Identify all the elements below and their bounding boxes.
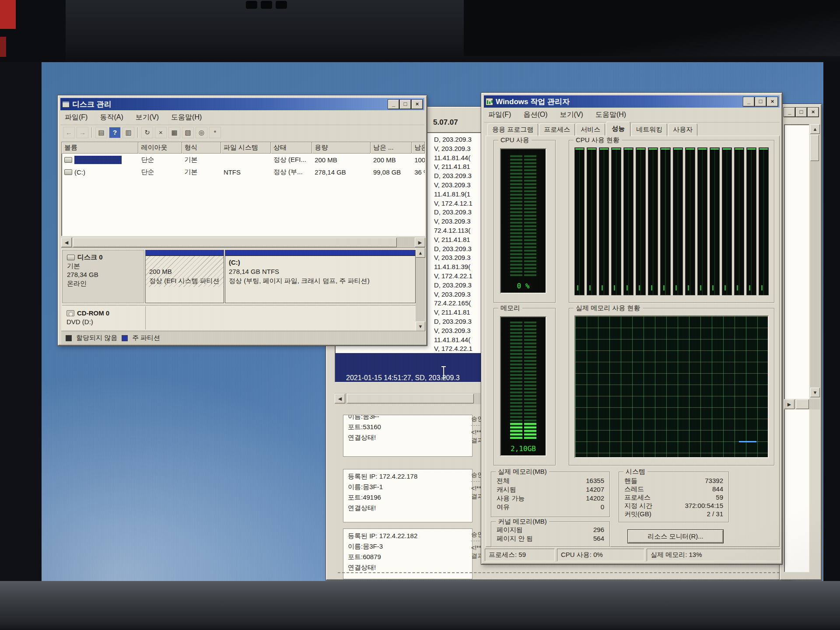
room-background-top [0, 0, 840, 62]
task-manager-menubar: 파일(F)옵션(O)보기(V)도움말(H) [484, 108, 780, 122]
cd-rom-icon [66, 310, 74, 316]
properties-icon[interactable]: ▦ [168, 127, 180, 138]
cdrom-row: CD-ROM 0 DVD (D:) [62, 305, 424, 330]
refresh-icon[interactable]: ↻ [141, 127, 153, 138]
tab-processes[interactable]: 프로세스 [539, 123, 575, 136]
maximize-icon[interactable]: □ [755, 97, 766, 106]
panel-port-line: 포트:60879 [348, 552, 468, 562]
stat-row: 페이지됨296 [491, 525, 609, 534]
tab-users[interactable]: 사용자 [668, 123, 697, 136]
forward-icon[interactable]: → [77, 127, 88, 138]
cpu-usage-group: CPU 사용 0 % [494, 140, 556, 303]
minimize-icon[interactable]: _ [743, 97, 754, 106]
panel-port-line: 포트:49196 [348, 492, 468, 503]
menu-item[interactable]: 보기(V) [136, 113, 159, 122]
memory-label: 메모리 [498, 304, 522, 312]
help-icon[interactable]: ? [109, 127, 121, 138]
volume-row-efi[interactable]: 단순 기본 정상 (EFI... 200 MB 200 MB 100 [62, 154, 425, 166]
disk-management-menubar: 파일(F)동작(A)보기(V)도움말(H) [60, 110, 424, 125]
delete-icon[interactable]: × [155, 127, 167, 138]
partition-size: 200 MB [149, 267, 220, 276]
monitor-top-edge-right [464, 0, 840, 56]
tab-services[interactable]: 서비스 [576, 123, 605, 136]
menu-item[interactable]: 도움말(H) [595, 110, 626, 119]
status-memory: 실제 메모리: 13% [647, 549, 780, 561]
menu-item[interactable]: 동작(A) [100, 113, 123, 122]
scroll-down-icon[interactable]: ▼ [416, 322, 425, 331]
scroll-up-icon[interactable]: ▲ [810, 124, 820, 134]
system-label: 시스템 [623, 468, 648, 476]
volume-row-c[interactable]: (C:) 단순 기본 NTFS 정상 (부... 278,14 GB 99,08… [62, 166, 425, 178]
minimize-icon[interactable]: _ [784, 108, 795, 117]
monitor-bezel-right [823, 62, 840, 581]
tab-performance[interactable]: 성능 [606, 122, 630, 136]
volume-list[interactable]: 볼륨 레이아웃 형식 파일 시스템 상태 용량 남은 ... 남은 단순 기본 … [61, 142, 425, 236]
scroll-thumb[interactable] [73, 238, 397, 247]
log-line: D, 203.209.3 [434, 208, 472, 217]
maximize-icon[interactable]: □ [400, 100, 411, 109]
disk0-info-block[interactable]: 디스크 0 기본 278,34 GB 온라인 [62, 250, 144, 303]
close-icon[interactable]: × [808, 108, 819, 117]
right-vscrollbar[interactable]: ▲ ▼ [810, 124, 820, 397]
cdrom-drive: DVD (D:) [66, 318, 140, 326]
scroll-down-icon[interactable]: ▼ [810, 388, 820, 397]
graphic-vscrollbar[interactable]: ▲ ▼ [416, 248, 425, 331]
disk-management-titlebar[interactable]: 디스크 관리 _ □ × [60, 98, 424, 110]
scroll-thumb[interactable] [347, 394, 474, 403]
close-icon[interactable]: × [412, 100, 423, 109]
kernel-memory-group: 커널 메모리(MB) 페이지됨296페이지 안 됨564 [491, 522, 610, 547]
scroll-right-icon[interactable]: ▶ [415, 238, 425, 247]
column-header[interactable]: 레이아웃 [138, 142, 182, 154]
settings-icon[interactable]: * [209, 127, 221, 138]
ceiling-vent [261, 1, 272, 9]
connection-panel-3: 등록된 IP: 172.4.22.182 이름:몸3F-3 포트:60879 연… [343, 528, 472, 579]
find-icon[interactable]: ◎ [196, 127, 207, 138]
connection-panel-1: 이름:몸3F- 포트:53160 연결상태! [343, 415, 472, 457]
list-hscrollbar[interactable]: ◀ ▶ [61, 237, 425, 248]
scroll-thumb[interactable] [810, 135, 819, 161]
log-line: 11.41.81.9(1 [434, 190, 472, 199]
ceiling-vent [246, 1, 257, 9]
volume-list-header: 볼륨 레이아웃 형식 파일 시스템 상태 용량 남은 ... 남은 [62, 142, 425, 154]
minimize-icon[interactable]: _ [388, 100, 399, 109]
log-line: V, 203.209.3 [434, 144, 472, 154]
task-manager-titleb­ar[interactable]: Windows 작업 관리자 _ □ × [484, 95, 780, 108]
open-icon[interactable]: ▧ [182, 127, 194, 138]
back-icon[interactable]: ← [63, 127, 75, 138]
column-header[interactable]: 남은 ... [371, 142, 412, 154]
panel-name-line: 이름:몸3F-3 [348, 541, 468, 552]
column-header[interactable]: 파일 시스템 [221, 142, 271, 154]
maximize-icon[interactable]: □ [796, 108, 807, 117]
column-header[interactable]: 용량 [312, 142, 371, 154]
right-hscrollbar[interactable]: ▶ [784, 399, 820, 410]
status-cpu: CPU 사용: 0% [557, 549, 644, 561]
tab-networking[interactable]: 네트워킹 [631, 123, 667, 136]
column-header[interactable]: 볼륨 [62, 142, 138, 154]
stat-row: 지정 시간372:00:54:15 [619, 501, 728, 510]
resource-monitor-button[interactable]: 리소스 모니터(R)... [627, 529, 724, 543]
menu-item[interactable]: 파일(F) [488, 110, 511, 119]
close-icon[interactable]: × [767, 97, 778, 106]
tab-applications[interactable]: 응용 프로그램 [487, 123, 538, 136]
menu-item[interactable]: 파일(F) [65, 113, 88, 122]
panel-port-line: 포트:53160 [348, 422, 468, 432]
column-header[interactable]: 상태 [271, 142, 312, 154]
scroll-left-icon[interactable]: ◀ [335, 394, 345, 403]
partition-status: 정상 (EFI 시스템 파티션 [149, 276, 220, 285]
column-header[interactable]: 형식 [182, 142, 221, 154]
column-header[interactable]: 남은 [412, 142, 425, 154]
scroll-up-icon[interactable]: ▲ [416, 248, 425, 258]
menu-item[interactable]: 옵션(O) [523, 110, 547, 119]
scroll-right-icon[interactable]: ▶ [784, 399, 794, 409]
partition-efi[interactable]: 200 MB 정상 (EFI 시스템 파티션 [145, 250, 224, 303]
cpu-usage-label: CPU 사용 [498, 136, 532, 144]
scroll-left-icon[interactable]: ◀ [61, 238, 72, 247]
memory-history-graph [574, 315, 769, 458]
log-line: V, 211.41.81 [434, 235, 472, 245]
partition-c[interactable]: (C:) 278,14 GB NTFS 정상 (부팅, 페이지 파일, 크래시 … [225, 250, 416, 303]
show-action-pane-icon[interactable]: ▥ [122, 127, 134, 138]
menu-item[interactable]: 도움말(H) [171, 113, 202, 122]
cdrom-info-block[interactable]: CD-ROM 0 DVD (D:) [62, 306, 144, 330]
menu-item[interactable]: 보기(V) [560, 110, 583, 119]
console-tree-icon[interactable]: ▤ [95, 127, 107, 138]
